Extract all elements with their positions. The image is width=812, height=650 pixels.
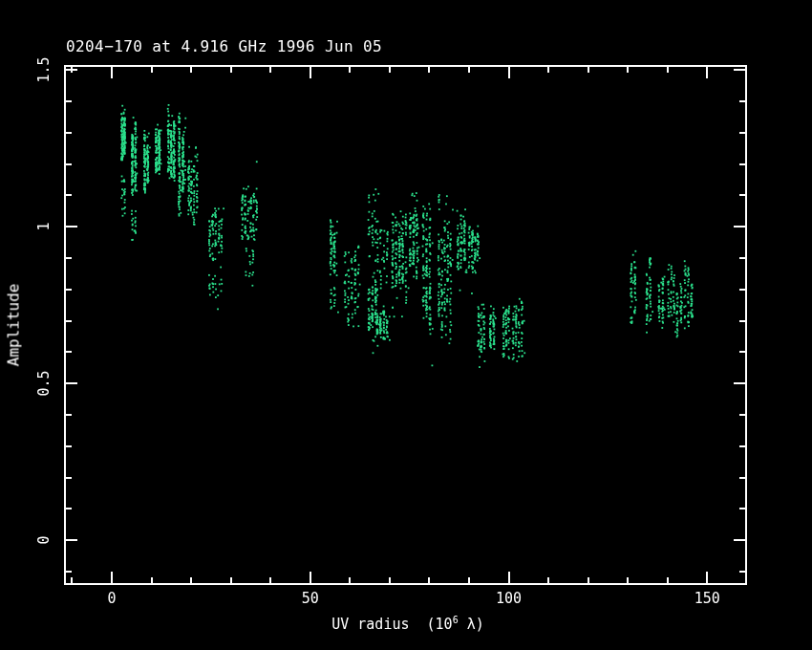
x-axis-label: UV radius (106 λ) bbox=[331, 615, 484, 633]
x-tick-label: 100 bbox=[496, 590, 522, 607]
x-axis-label-suffix: λ) bbox=[459, 616, 484, 633]
y-tick-label: 0 bbox=[35, 536, 53, 545]
x-tick-label: 150 bbox=[694, 590, 720, 607]
x-tick-label: 0 bbox=[108, 590, 117, 607]
y-tick-label: 0.5 bbox=[35, 371, 53, 397]
plot-title: 0204−170 at 4.916 GHz 1996 Jun 05 bbox=[66, 37, 382, 55]
plot-canvas bbox=[0, 0, 812, 650]
y-tick-label: 1 bbox=[35, 223, 53, 231]
uv-amplitude-plot-window: 0204−170 at 4.916 GHz 1996 Jun 05 Amplit… bbox=[0, 0, 812, 650]
y-tick-label: 1.5 bbox=[35, 57, 53, 83]
x-axis-label-prefix: UV radius (10 bbox=[331, 616, 452, 633]
x-tick-label: 50 bbox=[302, 590, 319, 607]
y-axis-label: Amplitude bbox=[5, 284, 23, 367]
